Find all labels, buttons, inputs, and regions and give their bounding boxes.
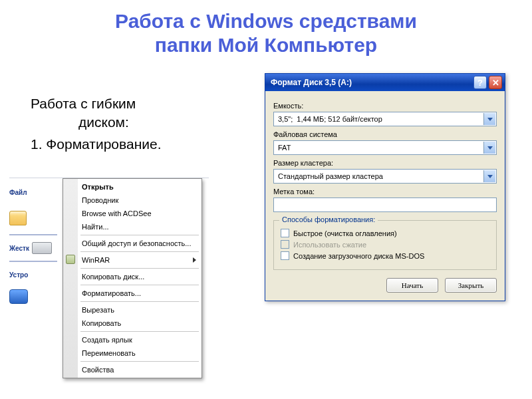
slide-title-line1: Работа с Windows средствами (0, 9, 532, 33)
cm-copy-disk[interactable]: Копировать диск... (63, 270, 201, 283)
checkbox-icon[interactable] (281, 229, 289, 237)
option-compress: Использовать сжатие (281, 240, 489, 249)
option-msdos-label: Создание загрузочного диска MS-DOS (293, 252, 424, 260)
sidebar-row-file: Файл (9, 182, 57, 205)
slide-title: Работа с Windows средствами папки Мой Ко… (0, 0, 532, 57)
chevron-down-icon[interactable] (483, 113, 495, 125)
chevron-down-icon[interactable] (483, 142, 495, 154)
cm-cut[interactable]: Вырезать (63, 303, 201, 317)
left-column: Работа с гибким диском: 1. Форматировани… (31, 94, 237, 152)
help-button[interactable]: ? (473, 76, 487, 89)
device-icon (9, 289, 28, 304)
cm-sharing[interactable]: Общий доступ и безопасность... (63, 237, 201, 250)
option-compress-label: Использовать сжатие (293, 241, 366, 249)
cluster-value[interactable] (277, 172, 493, 181)
dialog-title: Формат Диск 3,5 (A:) (271, 78, 471, 87)
chevron-down-icon[interactable] (483, 170, 495, 182)
context-menu: Открыть Проводник Browse with ACDSee Най… (63, 178, 202, 378)
cm-format[interactable]: Форматировать... (63, 287, 201, 300)
checkbox-icon (281, 240, 289, 249)
start-button[interactable]: Начать (386, 278, 438, 293)
cm-find[interactable]: Найти... (63, 220, 201, 233)
sidebar-label-dev: Устро (9, 271, 28, 279)
cluster-select[interactable] (273, 169, 497, 184)
cm-winrar-label: WinRAR (82, 256, 110, 264)
format-dialog: Формат Диск 3,5 (A:) ? ✕ Емкость: Файлов… (265, 73, 505, 301)
cm-acdsee[interactable]: Browse with ACDSee (63, 207, 201, 220)
slide-title-line2: папки Мой Компьютер (0, 33, 532, 57)
capacity-select[interactable] (273, 112, 497, 126)
explorer-sidebar: Файл Жестк Устро (9, 182, 57, 309)
drive-icon (32, 242, 52, 254)
left-heading-l2: диском: (31, 113, 237, 132)
sidebar-label-hard: Жестк (9, 245, 29, 252)
filesystem-select[interactable] (273, 140, 497, 155)
folder-icon (9, 211, 27, 225)
cm-explorer[interactable]: Проводник (63, 194, 201, 207)
label-cluster: Размер кластера: (273, 159, 497, 167)
format-options-group: Способы форматирования: Быстрое (очистка… (273, 220, 497, 270)
cm-rename[interactable]: Переименовать (63, 346, 201, 360)
cm-shortcut[interactable]: Создать ярлык (63, 333, 201, 346)
option-quick-label: Быстрое (очистка оглавления) (293, 229, 397, 237)
left-heading-l1: Работа с гибким (31, 94, 237, 113)
left-heading: Работа с гибким диском: (31, 94, 237, 132)
left-list-item-1: 1. Форматирование. (31, 136, 237, 152)
label-capacity: Емкость: (273, 102, 497, 110)
close-button[interactable]: ✕ (489, 76, 502, 89)
sidebar-row-dev: Устро (9, 265, 57, 287)
cm-open[interactable]: Открыть (63, 180, 201, 194)
cm-winrar[interactable]: WinRAR (63, 253, 201, 267)
options-legend: Способы форматирования: (279, 215, 378, 223)
sidebar-row-hard: Жестк (9, 238, 57, 261)
volume-value[interactable] (277, 200, 493, 209)
winrar-icon (66, 255, 75, 264)
label-filesystem: Файловая система (273, 130, 497, 138)
explorer-panel: Файл Жестк Устро Открыть Проводник Brows… (9, 176, 209, 309)
sidebar-label-file: Файл (9, 189, 27, 196)
checkbox-icon[interactable] (281, 251, 289, 260)
option-msdos[interactable]: Создание загрузочного диска MS-DOS (281, 251, 489, 260)
filesystem-value[interactable] (277, 143, 493, 152)
option-quick[interactable]: Быстрое (очистка оглавления) (281, 229, 489, 237)
cm-properties[interactable]: Свойства (63, 363, 201, 376)
titlebar[interactable]: Формат Диск 3,5 (A:) ? ✕ (265, 74, 505, 91)
label-volume: Метка тома: (273, 188, 497, 196)
volume-input[interactable] (273, 198, 497, 212)
cm-copy[interactable]: Копировать (63, 317, 201, 330)
close-dialog-button[interactable]: Закрыть (445, 278, 497, 293)
capacity-value[interactable] (277, 114, 493, 124)
